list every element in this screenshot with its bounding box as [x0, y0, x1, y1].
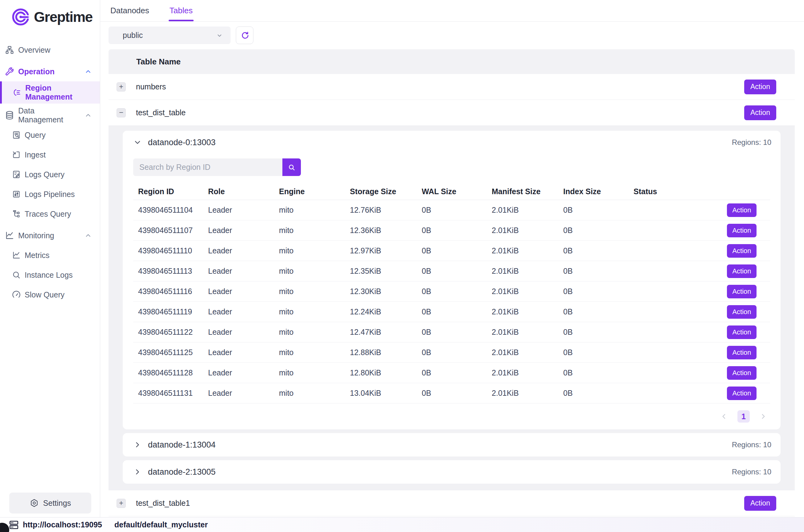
- chevron-up-icon[interactable]: [84, 68, 92, 75]
- region-search: [133, 158, 301, 176]
- sidebar-item-label: Operation: [18, 67, 55, 76]
- region-action-button[interactable]: Action: [727, 386, 757, 400]
- chevron-down-icon: [133, 138, 142, 147]
- region-search-button[interactable]: [282, 158, 301, 176]
- table-name-header: Table Name: [109, 49, 795, 74]
- datanode-panels: datanode-0:13003 Regions: 10: [109, 126, 795, 490]
- role-cell: Leader: [208, 287, 279, 296]
- chevron-up-icon[interactable]: [84, 112, 92, 119]
- tab-tables[interactable]: Tables: [169, 0, 194, 21]
- sidebar-item-overview[interactable]: Overview: [0, 40, 100, 60]
- manifest-size-cell: 2.01KiB: [492, 307, 563, 316]
- table-name: test_dist_table: [136, 108, 186, 117]
- sidebar-item-label: Ingest: [25, 150, 45, 159]
- region-action-button[interactable]: Action: [727, 325, 757, 339]
- region-table-row: 4398046511110 Leader mito 12.97KiB 0B 2.…: [133, 241, 770, 261]
- sidebar-item-label: Instance Logs: [25, 271, 73, 280]
- wal-size-cell: 0B: [422, 348, 492, 357]
- cluster-name[interactable]: default/default_mycluster: [114, 520, 208, 529]
- sidebar-section-data-management[interactable]: Data Management: [0, 106, 100, 125]
- pagination-next-icon[interactable]: [759, 413, 767, 420]
- server-url[interactable]: http://localhost:19095: [23, 520, 102, 529]
- sidebar-item-instance-logs[interactable]: Instance Logs: [0, 265, 100, 285]
- col-index-size: Index Size: [563, 187, 633, 196]
- logo: Greptime: [0, 0, 100, 26]
- table-row-numbers[interactable]: + numbers Action: [109, 74, 795, 100]
- sidebar-section-operation[interactable]: Operation: [0, 62, 100, 81]
- sidebar-item-metrics[interactable]: Metrics: [0, 245, 100, 265]
- storage-size-cell: 12.76KiB: [350, 206, 422, 214]
- server-icon: [8, 520, 19, 530]
- sidebar-item-label: Region Management: [25, 83, 100, 101]
- index-size-cell: 0B: [563, 226, 633, 235]
- region-action-button[interactable]: Action: [727, 264, 757, 278]
- manifest-size-cell: 2.01KiB: [492, 206, 563, 214]
- main-content: Datanodes Tables public: [100, 0, 804, 517]
- region-action-button[interactable]: Action: [727, 285, 757, 298]
- datanode-0-header[interactable]: datanode-0:13003 Regions: 10: [123, 131, 781, 154]
- table-row-test-dist-table[interactable]: − test_dist_table Action: [109, 100, 795, 126]
- metrics-chart-icon: [12, 251, 21, 260]
- role-cell: Leader: [208, 226, 279, 235]
- region-action-button[interactable]: Action: [727, 224, 757, 238]
- tables-panel: Table Name + numbers Action − test_dist_…: [109, 49, 795, 516]
- sidebar-item-traces-query[interactable]: Traces Query: [0, 204, 100, 224]
- settings-icon: [30, 498, 39, 508]
- engine-cell: mito: [279, 287, 350, 296]
- refresh-button[interactable]: [236, 26, 253, 44]
- storage-size-cell: 13.04KiB: [350, 389, 422, 398]
- pagination-page-1[interactable]: 1: [738, 410, 750, 422]
- sidebar-item-logs-query[interactable]: Logs Query: [0, 165, 100, 184]
- region-id-cell: 4398046511131: [138, 389, 208, 398]
- table-action-button[interactable]: Action: [744, 79, 776, 94]
- sidebar-item-label: Slow Query: [25, 290, 64, 299]
- sidebar-item-region-management[interactable]: Region Management: [0, 81, 100, 103]
- region-id-cell: 4398046511110: [138, 246, 208, 255]
- region-action-button[interactable]: Action: [727, 346, 757, 359]
- index-size-cell: 0B: [563, 206, 633, 214]
- region-search-input[interactable]: [133, 158, 282, 176]
- tab-datanodes[interactable]: Datanodes: [110, 0, 150, 21]
- toolbar: public: [109, 26, 795, 44]
- tables-content: public Table Name: [100, 22, 804, 516]
- datanode-1-header[interactable]: datanode-1:13004 Regions: 10: [123, 433, 781, 456]
- sidebar-item-label: Query: [25, 131, 45, 140]
- wal-size-cell: 0B: [422, 368, 492, 377]
- sidebar-item-ingest[interactable]: Ingest: [0, 145, 100, 165]
- gauge-icon: [12, 290, 21, 299]
- region-action-button[interactable]: Action: [727, 305, 757, 319]
- pagination-prev-icon[interactable]: [720, 413, 728, 420]
- sidebar-item-query[interactable]: Query: [0, 125, 100, 145]
- expand-button[interactable]: +: [117, 82, 126, 92]
- region-action-button[interactable]: Action: [727, 204, 757, 217]
- region-action-button[interactable]: Action: [727, 366, 757, 380]
- expand-button[interactable]: +: [117, 499, 126, 508]
- datanode-2-header[interactable]: datanode-2:13005 Regions: 10: [123, 460, 781, 483]
- sitemap-icon: [5, 45, 15, 55]
- greptime-dashboard: Greptime Overview Operation: [0, 0, 804, 532]
- table-action-button[interactable]: Action: [744, 106, 776, 120]
- chevron-right-icon: [133, 440, 142, 449]
- collapse-button[interactable]: −: [117, 108, 126, 117]
- region-table-header: Region ID Role Engine Storage Size WAL S…: [133, 184, 770, 200]
- wal-size-cell: 0B: [422, 206, 492, 214]
- sidebar-item-logs-pipelines[interactable]: Logs Pipelines: [0, 184, 100, 204]
- database-select[interactable]: public: [109, 26, 231, 44]
- table-action-button[interactable]: Action: [744, 496, 776, 511]
- sidebar-section-monitoring[interactable]: Monitoring: [0, 226, 100, 245]
- tab-bar: Datanodes Tables: [100, 0, 804, 22]
- region-action-button[interactable]: Action: [727, 244, 757, 258]
- wal-size-cell: 0B: [422, 307, 492, 316]
- settings-button[interactable]: Settings: [9, 493, 91, 513]
- region-table-row: 4398046511122 Leader mito 12.47KiB 0B 2.…: [133, 322, 770, 342]
- manifest-size-cell: 2.01KiB: [492, 267, 563, 276]
- region-table-row: 4398046511104 Leader mito 12.76KiB 0B 2.…: [133, 200, 770, 221]
- region-table-row: 4398046511107 Leader mito 12.36KiB 0B 2.…: [133, 221, 770, 241]
- datanode-name: datanode-1:13004: [148, 440, 215, 450]
- storage-size-cell: 12.36KiB: [350, 226, 422, 235]
- manifest-size-cell: 2.01KiB: [492, 389, 563, 398]
- table-row-test-dist-table1[interactable]: + test_dist_table1 Action: [109, 490, 795, 516]
- role-cell: Leader: [208, 206, 279, 214]
- sidebar-item-slow-query[interactable]: Slow Query: [0, 285, 100, 305]
- chevron-up-icon[interactable]: [84, 232, 92, 239]
